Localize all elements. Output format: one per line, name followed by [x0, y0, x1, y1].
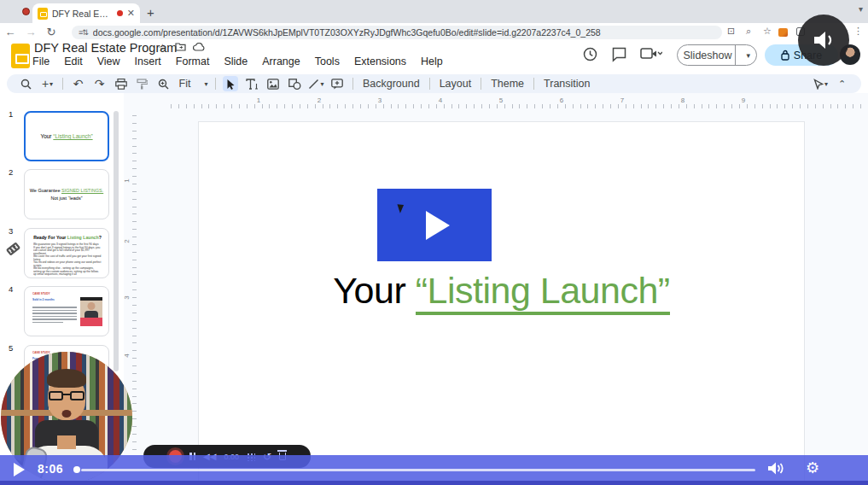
new-tab-button[interactable]: +	[147, 5, 154, 20]
browser-tab[interactable]: DFY Real Estate Program ✕	[32, 3, 140, 23]
insert-image-icon[interactable]	[265, 76, 281, 91]
line-caret-icon[interactable]: ▾	[320, 80, 323, 88]
player-bottom-strip	[0, 481, 868, 485]
browser-menu-icon[interactable]: ⋮	[853, 26, 863, 37]
thumb4-testimonial-photo	[80, 297, 102, 326]
video-player-bar: 8:06 ⚙	[0, 455, 868, 485]
back-icon[interactable]: ←	[0, 26, 20, 38]
paint-format-icon[interactable]	[135, 76, 150, 91]
layout-button[interactable]: Layout	[440, 78, 472, 90]
slideshow-dropdown-icon[interactable]: ▾	[746, 51, 750, 60]
insert-shape-icon[interactable]	[287, 76, 302, 91]
thumb4-paragraph	[32, 307, 77, 323]
menu-arrange[interactable]: Arrange	[262, 56, 300, 67]
metamask-extension-icon[interactable]	[778, 28, 788, 37]
toolbar-divider	[62, 78, 63, 90]
menu-tools[interactable]: Tools	[315, 56, 340, 67]
menu-edit[interactable]: Edit	[64, 56, 83, 67]
theme-button[interactable]: Theme	[491, 78, 524, 90]
progress-track[interactable]	[81, 469, 755, 471]
play-icon[interactable]	[426, 211, 450, 240]
thumbnail-scrollbar[interactable]	[114, 111, 119, 371]
thumb-number-5: 5	[9, 343, 13, 353]
slide-title-green: “Listing Launch”	[416, 270, 670, 315]
zoom-level-select[interactable]: Fit▾	[178, 76, 208, 91]
text-box-icon[interactable]	[244, 76, 259, 91]
plus-icon: +	[42, 77, 49, 91]
transition-button[interactable]: Transition	[544, 78, 590, 90]
slide-title-text[interactable]: Your “Listing Launch”	[198, 270, 805, 312]
site-settings-icon[interactable]: ≡⇅	[79, 28, 88, 37]
url-text: docs.google.com/presentation/d/1ZAVWS6kh…	[93, 27, 601, 38]
move-folder-icon[interactable]	[175, 42, 186, 54]
slides-toolbar: +▾ ↶ ↷ Fit▾ ▾ Background Layout Theme Tr…	[7, 74, 861, 93]
print-icon[interactable]	[114, 76, 129, 91]
browser-tab-strip: DFY Real Estate Program ✕ + ▾	[0, 0, 868, 23]
toolbar-divider	[533, 78, 534, 90]
menu-file[interactable]: File	[32, 56, 50, 67]
slide-thumbnail-1[interactable]: Your “Listing Launch”	[24, 111, 109, 161]
volume-icon[interactable]	[766, 460, 785, 480]
slide-thumbnail-3[interactable]: Ready For Your Listing Launch? We guaran…	[24, 228, 109, 278]
player-settings-icon[interactable]: ⚙	[806, 459, 819, 477]
screen-recording-indicator-icon	[22, 8, 30, 15]
menu-extensions[interactable]: Extensions	[354, 56, 406, 67]
insert-line-icon[interactable]: ▾	[308, 76, 323, 91]
slide-thumbnail-2[interactable]: We Guarantee SIGNED LISTINGS. Not just “…	[24, 169, 109, 219]
toolbar-divider	[352, 78, 353, 90]
zoom-page-icon[interactable]: ⌕	[746, 26, 751, 37]
star-document-icon[interactable]: ☆	[158, 42, 167, 54]
slides-favicon-icon	[38, 8, 48, 20]
reload-icon[interactable]: ↻	[41, 26, 61, 38]
comments-icon[interactable]	[611, 46, 628, 63]
address-bar[interactable]: ≡⇅ docs.google.com/presentation/d/1ZAVWS…	[72, 26, 722, 39]
menu-help[interactable]: Help	[421, 56, 443, 67]
document-title[interactable]: DFY Real Estate Program	[34, 41, 177, 55]
menu-format[interactable]: Format	[176, 56, 210, 67]
slide-thumbnail-4[interactable]: CASE STUDY Sold in 2 months	[24, 286, 109, 336]
undo-icon[interactable]: ↶	[71, 76, 86, 91]
select-tool-icon[interactable]	[223, 76, 238, 91]
cloud-saved-icon[interactable]	[193, 42, 205, 54]
presenter-neck	[57, 435, 76, 449]
install-app-icon[interactable]: ⊡	[727, 26, 735, 37]
hide-menus-icon[interactable]: ⌃	[835, 76, 850, 91]
thumb1-text: Your “Listing Launch”	[40, 133, 92, 139]
player-play-icon[interactable]	[14, 463, 25, 476]
slideshow-button[interactable]: Slideshow ▾	[677, 44, 757, 66]
new-slide-button[interactable]: +▾	[40, 76, 55, 91]
meet-camera-icon[interactable]	[640, 46, 657, 63]
thumb2-line1: We Guarantee SIGNED LISTINGS.	[30, 187, 103, 194]
thumb-number-4: 4	[9, 284, 13, 294]
playhead-handle[interactable]	[73, 466, 80, 473]
slideshow-split-divider	[735, 45, 736, 65]
menu-insert[interactable]: Insert	[135, 56, 161, 67]
new-slide-caret-icon[interactable]: ▾	[50, 80, 53, 88]
insert-comment-icon[interactable]	[329, 76, 345, 91]
background-button[interactable]: Background	[363, 78, 420, 90]
laser-pointer-icon[interactable]: ▾	[813, 76, 829, 91]
lock-icon	[781, 50, 789, 61]
glasses-icon	[49, 391, 84, 400]
slides-logo-icon[interactable]	[11, 44, 30, 68]
tab-title: DFY Real Estate Program	[52, 9, 113, 19]
forward-icon[interactable]: →	[20, 26, 41, 38]
version-history-icon[interactable]	[582, 46, 599, 63]
slides-header: DFY Real Estate Program ☆ File Edit View…	[0, 41, 868, 73]
laser-caret-icon[interactable]: ▾	[824, 80, 828, 88]
speaker-icon	[811, 29, 836, 51]
speaker-overlay-button[interactable]	[798, 15, 849, 66]
bookmark-star-icon[interactable]: ☆	[763, 26, 772, 37]
search-menus-icon[interactable]	[19, 76, 34, 91]
tab-close-icon[interactable]: ✕	[127, 8, 135, 19]
redo-icon[interactable]: ↷	[92, 76, 108, 91]
embedded-video-player[interactable]	[377, 189, 492, 261]
tab-search-chevron-icon[interactable]: ▾	[859, 4, 863, 14]
zoom-icon[interactable]	[156, 76, 172, 91]
horizontal-ruler: 1 2 3 4 5 6 7 8 9	[171, 98, 864, 108]
thumb-number-3: 3	[9, 226, 13, 236]
slideshow-label: Slideshow	[684, 50, 732, 61]
menu-view[interactable]: View	[97, 56, 120, 67]
zoom-caret-icon[interactable]: ▾	[204, 80, 207, 88]
menu-slide[interactable]: Slide	[224, 56, 248, 67]
